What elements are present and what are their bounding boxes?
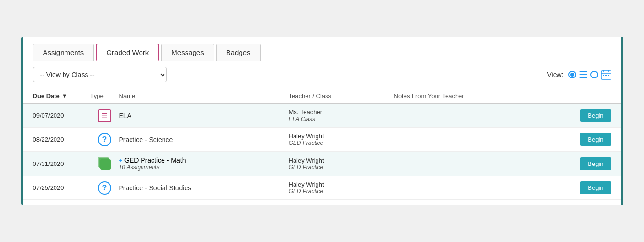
class-name: ELA Class xyxy=(289,116,394,122)
calendar-icon[interactable] xyxy=(601,69,611,80)
class-name: GED Practice xyxy=(289,164,394,171)
due-date: 08/22/2020 xyxy=(33,136,90,143)
due-date: 09/07/2020 xyxy=(33,112,90,119)
class-name: GED Practice xyxy=(289,140,394,146)
toolbar: -- View by Class -- ELA Class GED Practi… xyxy=(23,61,621,88)
assignment-icon xyxy=(98,109,111,122)
tab-graded-work[interactable]: Graded Work xyxy=(96,44,159,61)
view-options: View: ☰ xyxy=(547,69,611,80)
svg-rect-9 xyxy=(608,77,609,77)
class-name: GED Practice xyxy=(289,188,394,195)
assignment-name: GED Practice - Math xyxy=(124,156,186,164)
col-header-notes: Notes From Your Teacher xyxy=(394,92,564,99)
assignment-name-group: + GED Practice - Math 10 Assignments xyxy=(119,156,289,171)
teacher-name: Haley Wright xyxy=(289,132,394,140)
col-header-name: Name xyxy=(119,92,289,99)
table-row: 07/25/2020 ? Practice - Social Studies H… xyxy=(23,176,621,200)
list-view-radio[interactable] xyxy=(568,71,576,78)
assignment-name: Practice - Science xyxy=(119,136,289,143)
assignment-name: ELA xyxy=(119,112,289,120)
view-label: View: xyxy=(547,71,564,78)
teacher-name: Ms. Teacher xyxy=(289,109,394,116)
teacher-class: Haley Wright GED Practice xyxy=(289,181,394,195)
assignment-name: Practice - Social Studies xyxy=(119,184,289,192)
question-icon: ? xyxy=(98,181,111,195)
calendar-view-radio[interactable] xyxy=(590,71,598,78)
tab-bar: Assignments Graded Work Messages Badges xyxy=(23,37,621,61)
tab-messages[interactable]: Messages xyxy=(161,44,214,61)
type-icon-assignment xyxy=(90,109,119,122)
table-body: 09/07/2020 ELA Ms. Teacher ELA Class Beg… xyxy=(23,104,621,205)
svg-rect-6 xyxy=(608,75,609,76)
begin-button[interactable]: Begin xyxy=(580,181,611,194)
type-icon-question: ? xyxy=(90,181,119,195)
svg-rect-8 xyxy=(605,77,607,77)
begin-button[interactable]: Begin xyxy=(580,133,611,146)
teacher-name: Haley Wright xyxy=(289,157,394,164)
begin-button[interactable]: Begin xyxy=(580,157,611,170)
type-icon-question: ? xyxy=(90,133,119,146)
main-container: Assignments Graded Work Messages Badges … xyxy=(21,37,623,205)
due-date: 07/25/2020 xyxy=(33,184,90,191)
view-by-class-select[interactable]: -- View by Class -- ELA Class GED Practi… xyxy=(33,67,167,82)
question-icon: ? xyxy=(98,133,111,146)
table-row: 09/07/2020 ELA Ms. Teacher ELA Class Beg… xyxy=(23,104,621,128)
col-header-due-date[interactable]: Due Date ▼ xyxy=(33,92,90,99)
tab-badges[interactable]: Badges xyxy=(216,44,261,61)
col-header-teacher-class: Teacher / Class xyxy=(289,92,394,99)
plus-prefix: + xyxy=(119,157,123,164)
list-icon[interactable]: ☰ xyxy=(579,69,588,80)
type-icon-stack xyxy=(90,157,119,170)
teacher-class: Ms. Teacher ELA Class xyxy=(289,109,394,122)
svg-rect-5 xyxy=(605,75,607,76)
name-row: + GED Practice - Math xyxy=(119,156,289,164)
sort-arrow-icon: ▼ xyxy=(62,92,68,99)
col-header-type: Type xyxy=(90,92,119,99)
teacher-class: Haley Wright GED Practice xyxy=(289,132,394,146)
teacher-class: Haley Wright GED Practice xyxy=(289,157,394,171)
stack-icon xyxy=(98,157,111,170)
assignment-sub: 10 Assignments xyxy=(119,164,289,171)
begin-button[interactable]: Begin xyxy=(580,109,611,122)
table-header: Due Date ▼ Type Name Teacher / Class Not… xyxy=(23,88,621,104)
due-date: 07/31/2020 xyxy=(33,160,90,167)
table-row: 08/22/2020 ? Practice - Science Haley Wr… xyxy=(23,128,621,152)
teacher-name: Haley Wright xyxy=(289,181,394,188)
svg-rect-4 xyxy=(603,75,604,76)
tab-assignments[interactable]: Assignments xyxy=(33,44,94,61)
table-row: 07/31/2020 + GED Practice - Math 10 Assi… xyxy=(23,152,621,176)
svg-rect-7 xyxy=(603,77,604,77)
